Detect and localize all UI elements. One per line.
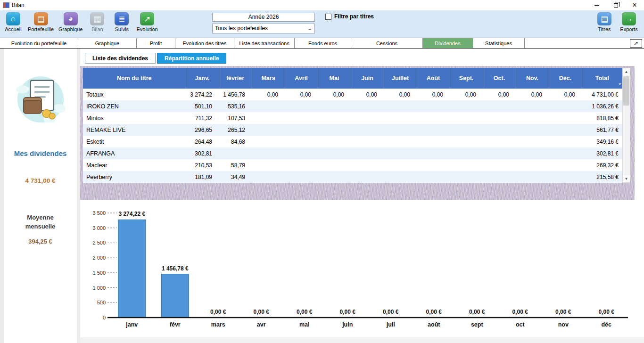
window-title: Bilan <box>12 2 25 8</box>
minimize-button[interactable] <box>587 0 606 10</box>
table-row[interactable]: Mintos711,32107,53818,85 € <box>83 112 622 124</box>
open-report-button[interactable]: ↗ <box>630 39 642 48</box>
column-header-janv-[interactable]: Janv. <box>186 68 219 89</box>
toolbar-left-group: ⌂Accueil▤Portefeuille◕Graphique▦Bilan≣Su… <box>1 11 160 32</box>
cell-value: 1 456,78 <box>219 89 252 100</box>
cell-value <box>483 124 516 136</box>
table-row[interactable]: Totaux3 274,221 456,780,000,000,000,000,… <box>83 89 622 100</box>
cell-value <box>351 147 384 159</box>
cell-value: 84,68 <box>219 136 252 147</box>
column-header-déc-[interactable]: Déc. <box>549 68 582 89</box>
chevron-down-icon: ⌄ <box>307 25 312 32</box>
column-header-mars[interactable]: Mars <box>252 68 285 89</box>
y-tick-label: 3 500 <box>92 210 106 216</box>
filter-checkbox-label: Filtre par titres <box>334 13 374 20</box>
column-header-oct-[interactable]: Oct. <box>483 68 516 89</box>
cell-value <box>384 100 417 112</box>
close-button[interactable]: × <box>625 0 644 10</box>
column-header-total[interactable]: Total▿ <box>582 68 622 89</box>
tab-dividendes[interactable]: Dividendes <box>423 38 473 48</box>
cell-value <box>318 100 351 112</box>
bar-value-label: 0,00 € <box>555 309 571 315</box>
scroll-up-icon[interactable]: ▲ <box>623 68 630 75</box>
y-tick-label: 500 <box>97 300 106 305</box>
column-header-sept-[interactable]: Sept. <box>450 68 483 89</box>
export-icon: → <box>622 12 636 25</box>
toolbar-item-titres[interactable]: ▤Titres <box>592 11 617 32</box>
table-row[interactable]: Maclear210,5358,79269,32 € <box>83 159 622 171</box>
tab-evolution-du-portefeuille[interactable]: Evolution du portefeuille <box>0 38 78 48</box>
column-header-nom-du-titre[interactable]: Nom du titre <box>83 68 186 89</box>
toolbar-item-evolution[interactable]: ↗Evolution <box>134 11 160 32</box>
tab-cessions[interactable]: Cessions <box>351 38 423 48</box>
bar-value-label: 0,00 € <box>254 309 270 315</box>
toolbar-item-exports[interactable]: →Exports <box>617 11 641 32</box>
toolbar-item-graphique[interactable]: ◕Graphique <box>56 11 85 32</box>
cell-value <box>417 147 450 159</box>
scroll-down-icon[interactable]: ▼ <box>623 175 630 182</box>
cell-value: 0,00 <box>384 89 417 100</box>
cell-value <box>549 124 582 136</box>
content-area: Liste des dividendesRépartition annuelle… <box>80 49 644 343</box>
cell-value <box>417 159 450 171</box>
column-header-février[interactable]: février <box>219 68 252 89</box>
cell-value: 0,00 <box>516 89 549 100</box>
subtab-r-partition-annuelle[interactable]: Répartition annuelle <box>157 53 226 64</box>
monthly-average-value: 394,25 € <box>28 238 52 245</box>
tab-liste-des-transactions[interactable]: Liste des transactions <box>234 38 295 48</box>
cell-value: 181,09 <box>186 171 219 183</box>
tab-statistiques[interactable]: Statistiques <box>473 38 525 48</box>
cell-value: 3 274,22 <box>186 89 219 100</box>
main-area: Mes dividendes 4 731,00 € Moyenne mensue… <box>0 49 644 343</box>
toolbar-item-label: Accueil <box>5 26 21 32</box>
table-row[interactable]: Peerberry181,0934,49215,58 € <box>83 171 622 183</box>
scrollbar-thumb[interactable] <box>623 76 629 106</box>
table-row[interactable]: REMAKE LIVE296,65265,12561,77 € <box>83 124 622 136</box>
tab-graphique[interactable]: Graphique <box>78 38 137 48</box>
toolbar-item-label: Evolution <box>136 26 157 32</box>
cell-value: 0,00 <box>549 89 582 100</box>
column-header-juillet[interactable]: Juillet <box>384 68 417 89</box>
cell-value <box>252 147 285 159</box>
table-scrollbar[interactable]: ▲ ▼ <box>622 68 630 183</box>
cell-value <box>450 124 483 136</box>
column-header-juin[interactable]: Juin <box>351 68 384 89</box>
toolbar-item-label: Suivis <box>115 26 129 32</box>
tabbar: Evolution du portefeuilleGraphiqueProfit… <box>0 38 644 49</box>
portfolio-select[interactable]: Tous les portefeuilles ⌄ <box>212 24 315 33</box>
column-header-août[interactable]: Août <box>417 68 450 89</box>
toolbar-item-suivis[interactable]: ≣Suivis <box>109 11 134 32</box>
cell-value <box>384 124 417 136</box>
column-header-mai[interactable]: Mai <box>318 68 351 89</box>
cell-value <box>252 100 285 112</box>
dividends-bar-chart: 05001 0001 5002 0002 5003 0003 5003 274,… <box>85 205 632 334</box>
report-icon: ▦ <box>90 12 104 25</box>
cell-value <box>483 136 516 147</box>
cell-value: 58,79 <box>219 159 252 171</box>
table-row[interactable]: AFRANGA302,81302,81 € <box>83 147 622 159</box>
year-input[interactable] <box>212 13 315 22</box>
bar-value-label: 0,00 € <box>469 309 485 315</box>
column-header-avril[interactable]: Avril <box>285 68 318 89</box>
toolbar-item-accueil[interactable]: ⌂Accueil <box>1 11 25 32</box>
subtab-liste-des-dividendes[interactable]: Liste des dividendes <box>85 53 156 64</box>
toolbar-item-portefeuille[interactable]: ▤Portefeuille <box>25 11 56 32</box>
table-row[interactable]: Esketit264,4884,68349,16 € <box>83 136 622 147</box>
x-tick-label: mai <box>299 321 310 328</box>
restore-button[interactable] <box>606 0 625 10</box>
toolbar-item-label: Titres <box>598 26 611 32</box>
toolbar: ⌂Accueil▤Portefeuille◕Graphique▦Bilan≣Su… <box>0 10 644 38</box>
cell-value <box>285 100 318 112</box>
tab-evolution-des-titres[interactable]: Evolution des titres <box>175 38 234 48</box>
monthly-average-label: Moyenne mensuelle <box>21 213 60 231</box>
filter-by-titles-checkbox[interactable]: Filtre par titres <box>325 13 374 20</box>
cell-value <box>483 100 516 112</box>
cell-value <box>318 159 351 171</box>
cell-value: 349,16 € <box>582 136 622 147</box>
cell-value <box>351 171 384 183</box>
titles-icon: ▤ <box>597 12 611 25</box>
tab-fonds-euros[interactable]: Fonds euros <box>295 38 351 48</box>
table-row[interactable]: IROKO ZEN501,10535,161 036,26 € <box>83 100 622 112</box>
column-header-nov-[interactable]: Nov. <box>516 68 549 89</box>
tab-profit[interactable]: Profit <box>137 38 175 48</box>
